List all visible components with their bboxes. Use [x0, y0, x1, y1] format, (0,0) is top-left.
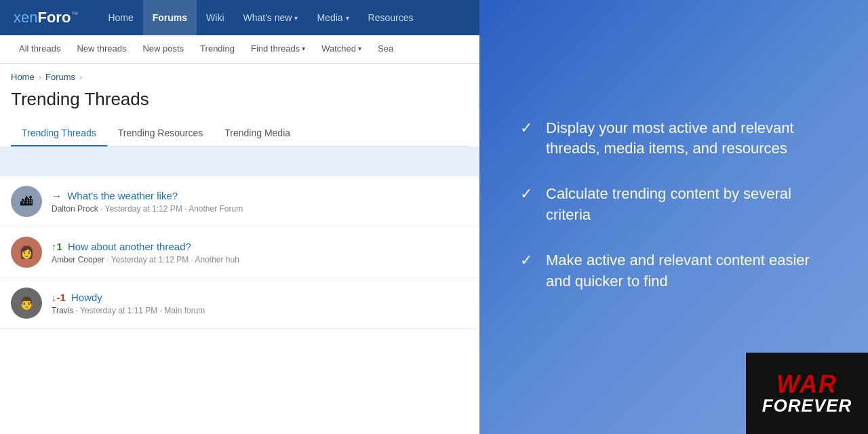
site-logo: xenForo™: [14, 9, 78, 26]
media-arrow: ▾: [346, 14, 349, 22]
logo-tm: ™: [71, 10, 78, 18]
thread-forum: Another Forum: [189, 204, 243, 214]
nav-home[interactable]: Home: [98, 0, 142, 35]
feature-text-2: Calculate trending content by several cr…: [546, 184, 827, 226]
filter-bar: [0, 146, 479, 176]
subnav-all-threads[interactable]: All threads: [11, 35, 68, 64]
top-nav: xenForo™ Home Forums Wiki What's new ▾ M…: [0, 0, 479, 35]
thread-forum: Another huh: [195, 255, 239, 264]
breadcrumb-sep-2: ›: [79, 72, 82, 82]
tab-trending-resources[interactable]: Trending Resources: [107, 121, 214, 146]
subnav-find-threads[interactable]: Find threads ▾: [243, 35, 313, 64]
trend-indicator: →: [52, 190, 62, 201]
nav-wiki[interactable]: Wiki: [197, 0, 233, 35]
war-text: WAR: [776, 372, 837, 397]
nav-media[interactable]: Media ▾: [307, 0, 358, 35]
feature-item-2: ✓ Calculate trending content by several …: [520, 184, 827, 226]
trend-indicator: ↑1: [52, 241, 62, 252]
tab-trending-threads[interactable]: Trending Threads: [11, 121, 107, 146]
thread-time: Yesterday at 1:11 PM: [80, 306, 157, 315]
check-icon-3: ✓: [520, 252, 532, 269]
watched-arrow: ▾: [358, 45, 361, 52]
subnav-search[interactable]: Sea: [370, 35, 401, 64]
feature-text-1: Display your most active and relevant th…: [546, 118, 827, 160]
subnav-new-posts[interactable]: New posts: [134, 35, 192, 64]
page-title: Trending Threads: [0, 85, 479, 121]
check-icon-1: ✓: [520, 119, 532, 137]
thread-forum: Main forum: [164, 306, 205, 315]
thread-meta: Amber Cooper · Yesterday at 1:12 PM · An…: [52, 255, 469, 264]
thread-author: Dalton Prock: [52, 204, 98, 214]
feature-text-3: Make active and relevant content easier …: [546, 250, 827, 292]
thread-content: ↓-1 Howdy Travis · Yesterday at 1:11 PM …: [52, 292, 469, 315]
thread-time: Yesterday at 1:12 PM: [105, 204, 182, 214]
trend-indicator: ↓-1: [52, 292, 66, 303]
thread-list: 🏙 → What's the weather like? Dalton Proc…: [0, 176, 479, 434]
table-row: 🏙 → What's the weather like? Dalton Proc…: [0, 176, 479, 227]
feature-item-1: ✓ Display your most active and relevant …: [520, 118, 827, 160]
thread-title[interactable]: ↓-1 Howdy: [52, 292, 469, 303]
find-threads-arrow: ▾: [302, 45, 305, 52]
feature-item-3: ✓ Make active and relevant content easie…: [520, 250, 827, 292]
nav-forums[interactable]: Forums: [143, 0, 197, 35]
avatar: 🏙: [11, 186, 42, 217]
left-panel: xenForo™ Home Forums Wiki What's new ▾ M…: [0, 0, 479, 434]
war-forever-logo: WAR FOREVER: [746, 353, 868, 434]
breadcrumb-forums[interactable]: Forums: [45, 72, 75, 82]
main-nav-list: Home Forums Wiki What's new ▾ Media ▾ Re…: [98, 0, 422, 35]
thread-meta: Dalton Prock · Yesterday at 1:12 PM · An…: [52, 204, 469, 214]
whats-new-arrow: ▾: [294, 14, 298, 22]
thread-meta: Travis · Yesterday at 1:11 PM · Main for…: [52, 306, 469, 315]
sub-nav: All threads New threads New posts Trendi…: [0, 35, 479, 64]
check-icon-2: ✓: [520, 185, 532, 203]
logo-foro: Foro: [37, 9, 71, 26]
thread-content: → What's the weather like? Dalton Prock …: [52, 190, 469, 214]
breadcrumb-home[interactable]: Home: [11, 72, 35, 82]
trending-tabs: Trending Threads Trending Resources Tren…: [11, 121, 469, 146]
nav-resources[interactable]: Resources: [359, 0, 423, 35]
logo-xen: xen: [14, 9, 37, 26]
thread-title[interactable]: → What's the weather like?: [52, 190, 469, 201]
thread-content: ↑1 How about another thread? Amber Coope…: [52, 241, 469, 264]
avatar: 👩: [11, 237, 42, 268]
avatar: 👨: [11, 288, 42, 319]
subnav-new-threads[interactable]: New threads: [68, 35, 134, 64]
table-row: 👨 ↓-1 Howdy Travis · Yesterday at 1:11 P…: [0, 278, 479, 329]
thread-author: Amber Cooper: [52, 255, 104, 264]
table-row: 👩 ↑1 How about another thread? Amber Coo…: [0, 227, 479, 278]
tab-trending-media[interactable]: Trending Media: [214, 121, 301, 146]
nav-whats-new[interactable]: What's new ▾: [234, 0, 308, 35]
breadcrumb-sep-1: ›: [39, 72, 41, 82]
thread-author: Travis: [52, 306, 73, 315]
forever-text: FOREVER: [762, 397, 852, 414]
subnav-trending[interactable]: Trending: [192, 35, 243, 64]
thread-time: Yesterday at 1:12 PM: [111, 255, 189, 264]
breadcrumb: Home › Forums ›: [0, 64, 479, 85]
right-panel: ✓ Display your most active and relevant …: [479, 0, 868, 434]
thread-title[interactable]: ↑1 How about another thread?: [52, 241, 469, 252]
subnav-watched[interactable]: Watched ▾: [313, 35, 370, 64]
